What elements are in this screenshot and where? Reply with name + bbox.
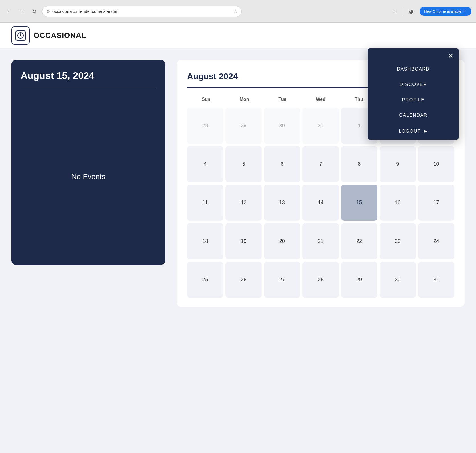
calendar-day-4-6[interactable]: 31 — [418, 262, 454, 298]
calendar-day-3-2[interactable]: 20 — [264, 223, 300, 259]
nav-item-profile[interactable]: PROFILE — [368, 92, 459, 108]
menu-dots-icon: ⋮ — [463, 9, 467, 13]
calendar-day-0-0[interactable]: 28 — [187, 108, 223, 144]
extensions-button[interactable]: □ — [390, 7, 399, 16]
calendar-day-2-5[interactable]: 16 — [380, 185, 416, 221]
day-name-tue: Tue — [263, 95, 302, 104]
calendar-week-4: 18192021222324 — [187, 223, 454, 259]
calendar-day-3-4[interactable]: 22 — [341, 223, 377, 259]
calendar-day-4-4[interactable]: 29 — [341, 262, 377, 298]
calendar-day-0-3[interactable]: 31 — [302, 108, 339, 144]
nav-menu: ✕ DASHBOARD DISCOVER PROFILE CALENDAR LO… — [368, 48, 459, 140]
calendar-week-3: 11121314151617 — [187, 185, 454, 221]
calendar-day-1-3[interactable]: 7 — [302, 146, 339, 182]
calendar-day-2-6[interactable]: 17 — [418, 185, 454, 221]
logout-icon: ➤ — [423, 128, 428, 134]
profile-button[interactable]: ◕ — [406, 7, 416, 16]
calendar-week-5: 25262728293031 — [187, 262, 454, 298]
nav-item-logout[interactable]: LOGOUT ➤ — [368, 123, 459, 140]
nav-item-calendar[interactable]: CALENDAR — [368, 108, 459, 123]
calendar-day-3-0[interactable]: 18 — [187, 223, 223, 259]
calendar-day-1-2[interactable]: 6 — [264, 146, 300, 182]
app-container: OCCASIONAL ✕ DASHBOARD DISCOVER PROFILE … — [0, 23, 476, 453]
svg-line-3 — [21, 36, 22, 36]
back-button[interactable]: ← — [5, 7, 14, 16]
calendar-day-4-3[interactable]: 28 — [302, 262, 339, 298]
calendar-day-1-5[interactable]: 9 — [380, 146, 416, 182]
day-name-wed: Wed — [302, 95, 340, 104]
browser-action-area: □ ◕ New Chrome available ⋮ — [390, 7, 471, 16]
calendar-day-1-6[interactable]: 10 — [418, 146, 454, 182]
calendar-day-2-3[interactable]: 14 — [302, 185, 339, 221]
nav-item-discover[interactable]: DISCOVER — [368, 77, 459, 92]
no-events-label: No Events — [21, 99, 156, 255]
address-bar[interactable]: ⚙ occasional.onrender.com/calendar ☆ — [42, 6, 242, 17]
calendar-day-3-1[interactable]: 19 — [225, 223, 262, 259]
logo-area: OCCASIONAL — [11, 26, 86, 45]
calendar-day-1-1[interactable]: 5 — [225, 146, 262, 182]
selected-date: August 15, 2024 — [21, 70, 156, 81]
calendar-day-2-0[interactable]: 11 — [187, 185, 223, 221]
app-header: OCCASIONAL — [0, 23, 476, 48]
calendar-day-0-1[interactable]: 29 — [225, 108, 262, 144]
nav-item-dashboard[interactable]: DASHBOARD — [368, 62, 459, 77]
app-title: OCCASIONAL — [34, 31, 86, 40]
calendar-day-1-4[interactable]: 8 — [341, 146, 377, 182]
calendar-day-2-1[interactable]: 12 — [225, 185, 262, 221]
refresh-button[interactable]: ↻ — [30, 7, 39, 16]
calendar-day-3-6[interactable]: 24 — [418, 223, 454, 259]
app-logo — [11, 26, 30, 45]
calendar-day-0-2[interactable]: 30 — [264, 108, 300, 144]
calendar-day-1-0[interactable]: 4 — [187, 146, 223, 182]
calendar-week-2: 45678910 — [187, 146, 454, 182]
calendar-day-4-1[interactable]: 26 — [225, 262, 262, 298]
chrome-update-label: New Chrome available — [424, 9, 461, 13]
events-divider — [21, 87, 156, 87]
calendar-month-title: August 2024 — [187, 71, 238, 81]
nav-menu-header: ✕ — [368, 48, 459, 62]
browser-chrome: ← → ↻ ⚙ occasional.onrender.com/calendar… — [0, 0, 476, 23]
calendar-day-4-5[interactable]: 30 — [380, 262, 416, 298]
nav-menu-close-button[interactable]: ✕ — [448, 53, 453, 59]
calendar-day-2-4[interactable]: 15 — [341, 185, 377, 221]
day-name-mon: Mon — [225, 95, 263, 104]
calendar-day-3-5[interactable]: 23 — [380, 223, 416, 259]
events-panel: August 15, 2024 No Events — [11, 60, 165, 265]
day-name-sun: Sun — [187, 95, 225, 104]
calendar-day-3-3[interactable]: 21 — [302, 223, 339, 259]
url-text: occasional.onrender.com/calendar — [52, 9, 117, 14]
calendar-day-4-0[interactable]: 25 — [187, 262, 223, 298]
calendar-day-4-2[interactable]: 27 — [264, 262, 300, 298]
forward-button[interactable]: → — [17, 7, 26, 16]
chrome-update-button[interactable]: New Chrome available ⋮ — [420, 7, 471, 16]
calendar-day-2-2[interactable]: 13 — [264, 185, 300, 221]
